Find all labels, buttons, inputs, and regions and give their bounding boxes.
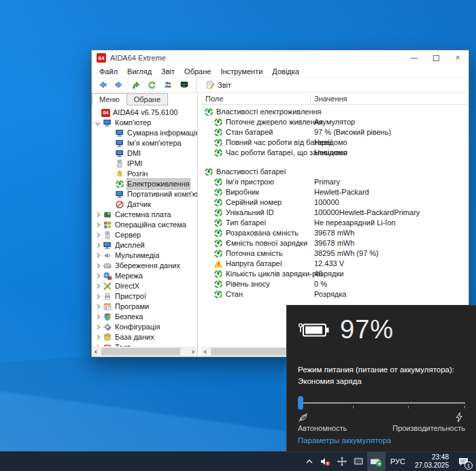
back-button[interactable] xyxy=(95,78,111,92)
scroll-left-arrow[interactable] xyxy=(92,346,101,357)
chevron-right-icon[interactable] xyxy=(95,233,100,238)
menu-favorites[interactable]: Обране xyxy=(180,65,216,78)
chevron-down-icon[interactable] xyxy=(95,120,100,125)
tree-item-database[interactable]: База даних xyxy=(92,332,197,342)
column-divider[interactable] xyxy=(310,95,311,103)
table-row[interactable]: Повний час роботи від батареїНевідомо xyxy=(201,137,469,148)
tree-horizontal-scrollbar[interactable] xyxy=(92,346,197,357)
tree-item-security[interactable]: Безпека xyxy=(92,312,197,322)
menu-view[interactable]: Вигляд xyxy=(122,65,156,78)
hidden-icons-button[interactable] xyxy=(302,452,317,471)
tree-item-label: Портативний комп'ютер xyxy=(127,189,197,199)
tree-item-directx[interactable]: DirectX xyxy=(92,281,197,291)
menu-report[interactable]: Звіт xyxy=(156,65,180,78)
table-row[interactable]: Стан батарей97 % (Високий рівень) xyxy=(201,127,469,137)
section-header-power[interactable]: Властивості електроживлення xyxy=(201,107,469,117)
tree-item-root[interactable]: 64AIDA64 v6.75.6100 xyxy=(92,108,197,118)
tree-item-storage[interactable]: Збереження даних xyxy=(92,261,197,271)
column-value[interactable]: Значення xyxy=(314,95,347,103)
tree-item-devices[interactable]: Пристрої xyxy=(92,291,197,302)
tree-item-ipmi[interactable]: IPMI xyxy=(92,159,197,169)
menu-tools[interactable]: Інструменти xyxy=(216,65,267,78)
action-center-button[interactable]: 1 xyxy=(454,452,476,471)
scrollbar-thumb[interactable] xyxy=(101,348,180,355)
table-row[interactable]: Кількість циклів зарядки-розрядки46 xyxy=(201,269,469,279)
report-button[interactable]: Звіт xyxy=(200,78,237,92)
chevron-right-icon[interactable] xyxy=(95,294,100,299)
tree-item-sensor[interactable]: Датчик xyxy=(92,199,197,210)
chevron-right-icon[interactable] xyxy=(95,223,100,227)
tree-item-multimedia[interactable]: Мультимедіа xyxy=(92,250,197,261)
chevron-right-icon[interactable] xyxy=(95,274,100,278)
minimize-button[interactable] xyxy=(403,50,425,65)
tree-item-server[interactable]: Сервер xyxy=(92,230,197,240)
scroll-right-arrow[interactable] xyxy=(188,346,197,357)
chevron-right-icon[interactable] xyxy=(95,253,100,258)
tree-item-computer[interactable]: Комп'ютер xyxy=(92,118,197,128)
tree-item-label: DMI xyxy=(127,148,141,159)
menu-file[interactable]: Файл xyxy=(95,65,122,78)
tree-item-motherboard[interactable]: Системна плата xyxy=(92,210,197,220)
table-row-voltage[interactable]: Напруга батареї12.433 V xyxy=(201,259,469,269)
battery-tray-button[interactable] xyxy=(367,452,386,471)
table-row[interactable]: СтанРозрядка xyxy=(201,289,469,299)
field-value: Не перезарядний Li-Ion xyxy=(314,218,396,228)
tree-item-overclock[interactable]: Розгін xyxy=(92,169,197,179)
table-row[interactable]: Ємність повної зарядки39678 mWh xyxy=(201,238,469,248)
chevron-right-icon[interactable] xyxy=(95,314,100,319)
language-indicator[interactable]: РУС xyxy=(386,457,410,466)
volume-button[interactable] xyxy=(317,452,334,471)
table-row[interactable]: Тип батареїНе перезарядний Li-Ion xyxy=(201,218,469,228)
tree-item-programs[interactable]: Програми xyxy=(92,302,197,312)
table-row[interactable]: ВиробникHewlett-Packard xyxy=(201,187,469,197)
menu-help[interactable]: Довідка xyxy=(267,65,304,78)
tab-menu[interactable]: Меню xyxy=(92,93,127,105)
chevron-right-icon[interactable] xyxy=(95,243,100,248)
chevron-right-icon[interactable] xyxy=(95,304,100,309)
tree-item-power[interactable]: Електроживлення xyxy=(92,179,197,189)
section-header-battery[interactable]: Властивості батареї xyxy=(201,167,469,177)
table-row[interactable]: Серійний номер100000 xyxy=(201,197,469,208)
tree-item-network[interactable]: Мережа xyxy=(92,271,197,281)
scroll-left-arrow[interactable] xyxy=(201,346,211,357)
arrange-button[interactable] xyxy=(334,452,350,471)
chevron-right-icon[interactable] xyxy=(95,212,100,217)
power-mode-slider[interactable] xyxy=(298,396,465,410)
table-row[interactable]: Поточне джерело живленняАкумулятор xyxy=(201,117,469,127)
tree-item-config[interactable]: Конфігурація xyxy=(92,322,197,332)
slider-track[interactable] xyxy=(298,402,465,404)
tree-item-summary[interactable]: Сумарна інформація xyxy=(92,128,197,138)
refresh-button[interactable] xyxy=(143,78,160,92)
chevron-right-icon[interactable] xyxy=(95,284,100,289)
clock[interactable]: 23:48 27.03.2025 xyxy=(410,453,454,470)
chevron-right-icon[interactable] xyxy=(95,325,100,329)
chevron-right-icon[interactable] xyxy=(95,263,100,268)
tree-item-display[interactable]: Дисплей xyxy=(92,240,197,250)
tree-item-os[interactable]: Операційна система xyxy=(92,220,197,230)
column-field[interactable]: Поле xyxy=(205,95,223,103)
display-tray-button[interactable] xyxy=(350,452,367,471)
sensor-panel-button[interactable] xyxy=(176,78,192,92)
slider-thumb[interactable] xyxy=(298,396,303,410)
table-row[interactable]: Ім'я пристроюPrimary xyxy=(201,177,469,187)
tree-item-dmi[interactable]: DMI xyxy=(92,148,197,159)
table-row[interactable]: Час роботи батареї, що залишивсяНевідомо xyxy=(201,148,469,158)
table-row[interactable]: Рівень зносу0 % xyxy=(201,279,469,289)
tab-favorites[interactable]: Обране xyxy=(126,93,168,105)
server-icon xyxy=(103,231,112,240)
window-title: AIDA64 Extreme xyxy=(110,54,166,62)
maximize-button[interactable] xyxy=(425,50,447,65)
close-button[interactable]: × xyxy=(447,50,469,65)
table-row[interactable]: Унікальний ID100000Hewlett-PackardPrimar… xyxy=(201,208,469,218)
battery-settings-link[interactable]: Параметры аккумулятора xyxy=(298,436,392,444)
table-row[interactable]: Поточна ємність38295 mWh (97 %) xyxy=(201,248,469,259)
tree-item-portable[interactable]: Портативний комп'ютер xyxy=(92,189,197,199)
table-row[interactable]: Розрахована ємність39678 mWh xyxy=(201,228,469,238)
slider-tick xyxy=(464,406,465,408)
users-button[interactable] xyxy=(160,78,176,92)
field-value: 100000 xyxy=(314,197,339,208)
up-button[interactable] xyxy=(127,78,143,92)
forward-button[interactable] xyxy=(111,78,127,92)
chevron-right-icon[interactable] xyxy=(95,335,100,340)
tree-item-computer-name[interactable]: Ім'я комп'ютера xyxy=(92,138,197,148)
